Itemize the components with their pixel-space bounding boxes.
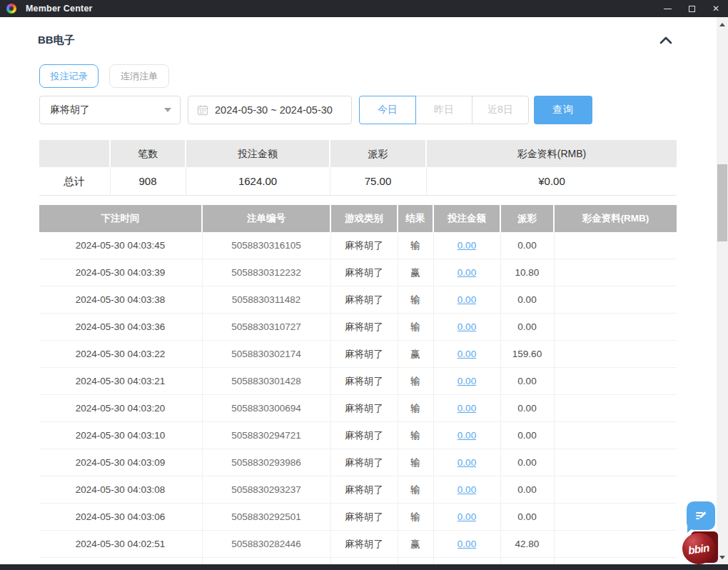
empty-cell [434, 558, 500, 564]
maximize-button[interactable] [679, 0, 704, 17]
scroll-up-button[interactable] [717, 19, 728, 30]
date-range-value: 2024-05-30 ~ 2024-05-30 [215, 104, 333, 116]
time-cell: 2024-05-30 04:03:10 [39, 422, 201, 449]
time-cell: 2024-05-30 04:03:36 [39, 314, 201, 340]
bet-amount-link[interactable]: 0.00 [457, 321, 476, 332]
game-cell: 麻将胡了 [331, 476, 397, 503]
game-cell: 麻将胡了 [331, 259, 397, 286]
bet-amount-link[interactable]: 0.00 [457, 267, 476, 278]
table-row: 2024-05-30 04:03:065058830292501麻将胡了输0.0… [39, 504, 677, 531]
summary-total-row: 总计9081624.0075.00¥0.00 [39, 167, 677, 196]
empty-cell [555, 558, 677, 564]
bonus-cell [555, 422, 677, 449]
table-row: 2024-05-30 04:03:215058830301428麻将胡了输0.0… [39, 368, 677, 395]
bet-amount-cell: 0.00 [434, 368, 500, 394]
vertical-scrollbar[interactable] [717, 17, 728, 564]
feedback-compose-button[interactable] [687, 501, 715, 530]
result-cell: 输 [398, 476, 433, 503]
order-cell: 5058830293237 [203, 476, 330, 503]
order-cell: 5058830282446 [203, 531, 330, 557]
time-cell: 2024-05-30 04:03:20 [39, 395, 201, 421]
scroll-up-icon [719, 23, 725, 26]
game-cell: 麻将胡了 [331, 449, 397, 476]
bet-amount-link[interactable]: 0.00 [457, 511, 476, 522]
table-row: 2024-05-30 04:03:455058830316105麻将胡了输0.0… [39, 232, 677, 259]
table-body: 2024-05-30 04:03:455058830316105麻将胡了输0.0… [39, 232, 677, 564]
result-cell: 输 [398, 449, 433, 476]
order-cell: 5058830300694 [203, 395, 330, 421]
window-title: Member Center [26, 0, 93, 17]
tab-cancelled-orders[interactable]: 连消注单 [109, 64, 169, 88]
range-today-button[interactable]: 今日 [359, 96, 416, 124]
bet-amount-link[interactable]: 0.00 [457, 430, 476, 441]
bet-records-table: 下注时间注单编号游戏类别结果投注金额派彩彩金资料(RMB) 2024-05-30… [39, 205, 677, 564]
payout-cell: 0.00 [501, 314, 553, 340]
bet-amount-cell: 0.00 [434, 286, 500, 313]
empty-cell [203, 558, 330, 564]
bet-amount-link[interactable]: 0.00 [457, 294, 476, 305]
empty-cell [39, 558, 201, 564]
range-last8days-button[interactable]: 近8日 [472, 96, 529, 124]
window-bottom-edge [0, 564, 728, 570]
bet-amount-link[interactable]: 0.00 [457, 403, 476, 414]
page-title: BB电子 [38, 34, 75, 47]
summary-total-cell: 908 [111, 167, 185, 195]
result-cell: 输 [398, 286, 433, 313]
search-button[interactable]: 查询 [534, 96, 592, 124]
date-range-input[interactable]: 2024-05-30 ~ 2024-05-30 [188, 96, 352, 124]
game-select-value: 麻将胡了 [50, 104, 90, 116]
bet-amount-link[interactable]: 0.00 [457, 240, 476, 251]
summary-total-cell: 总计 [39, 167, 109, 195]
tab-bet-records[interactable]: 投注记录 [39, 64, 98, 88]
titlebar: Member Center ✕ [0, 0, 728, 17]
result-cell: 输 [398, 368, 433, 394]
payout-cell: 159.60 [501, 341, 553, 367]
bet-amount-link[interactable]: 0.00 [457, 539, 476, 549]
table-row: 2024-05-30 04:03:365058830310727麻将胡了输0.0… [39, 314, 677, 341]
bet-amount-link[interactable]: 0.00 [457, 376, 476, 386]
summary-header-cell: 笔数 [111, 140, 185, 167]
quick-range-group: 今日 昨日 近8日 [359, 96, 529, 124]
empty-cell [501, 558, 553, 564]
result-cell: 输 [398, 314, 433, 340]
bonus-cell [555, 259, 677, 286]
result-cell: 赢 [398, 341, 433, 367]
chevron-down-icon [164, 108, 171, 112]
game-select[interactable]: 麻将胡了 [39, 96, 181, 124]
minimize-icon [664, 9, 672, 9]
payout-cell: 0.00 [501, 286, 553, 313]
range-label: 今日 [378, 104, 398, 116]
minimize-button[interactable] [655, 0, 679, 17]
table-header-cell: 投注金额 [434, 205, 500, 232]
order-cell: 5058830302174 [203, 341, 330, 367]
bet-amount-link[interactable]: 0.00 [457, 484, 476, 495]
payout-cell: 0.00 [501, 449, 553, 476]
brand-logo-button[interactable]: bbin [682, 531, 718, 566]
scrollbar-thumb[interactable] [717, 164, 727, 241]
payout-cell: 0.00 [501, 504, 553, 530]
range-label: 近8日 [487, 104, 513, 116]
game-cell: 麻将胡了 [331, 504, 397, 530]
table-row: 2024-05-30 04:02:515058830282446麻将胡了赢0.0… [39, 531, 677, 558]
calendar-icon [197, 104, 208, 116]
bonus-cell [555, 341, 677, 367]
bet-amount-cell: 0.00 [434, 232, 500, 259]
bonus-cell [555, 368, 677, 394]
summary-table: 笔数投注金额派彩彩金资料(RMB) 总计9081624.0075.00¥0.00 [39, 140, 677, 196]
scroll-down-button[interactable] [717, 551, 728, 563]
table-row: 2024-05-30 04:03:095058830293986麻将胡了输0.0… [39, 449, 677, 476]
bonus-cell [555, 476, 677, 503]
collapse-panel-button[interactable] [657, 31, 675, 49]
bet-amount-link[interactable]: 0.00 [457, 349, 476, 359]
bonus-cell [555, 314, 677, 340]
chevron-up-icon [659, 36, 672, 44]
range-yesterday-button[interactable]: 昨日 [415, 96, 472, 124]
bet-amount-link[interactable]: 0.00 [457, 457, 476, 468]
close-button[interactable]: ✕ [704, 0, 728, 17]
time-cell: 2024-05-30 04:03:22 [39, 341, 201, 367]
table-row-partial [39, 558, 677, 564]
tab-label: 投注记录 [51, 70, 88, 83]
maximize-icon [689, 6, 695, 12]
bonus-cell [555, 449, 677, 476]
bonus-cell [555, 504, 677, 530]
